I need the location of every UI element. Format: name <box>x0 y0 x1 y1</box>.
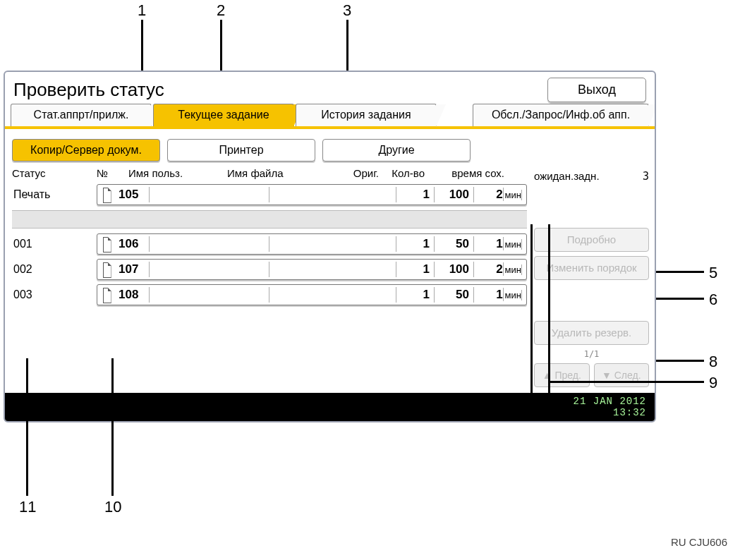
title-bar: Проверить статус Выход <box>5 72 655 104</box>
device-screen: Проверить статус Выход Стат.аппрт/прилж.… <box>4 71 656 422</box>
callout-6: 6 <box>709 291 717 309</box>
job-qty: 100 <box>435 262 474 277</box>
hdr-status: Статус <box>12 167 97 179</box>
job-file <box>269 187 396 202</box>
waiting-count: 3 <box>640 170 649 183</box>
job-user <box>150 287 269 303</box>
job-time: 2мин <box>474 187 526 202</box>
document-icon <box>97 236 117 252</box>
hdr-waiting: ожидан.задн. <box>534 170 640 183</box>
tab-current-job[interactable]: Текущее задание <box>153 104 294 126</box>
job-time: 2мин <box>474 262 526 277</box>
job-no: 108 <box>117 287 150 303</box>
job-row-current: Печать 105 1 100 2мин <box>12 182 527 207</box>
status-bar: 21 JAN 2012 13:32 <box>5 393 655 421</box>
page-title: Проверить статус <box>13 79 164 101</box>
callout-2: 2 <box>217 1 225 20</box>
job-row: 003 108 1 50 1мин <box>12 282 527 308</box>
tab-machine-app-status[interactable]: Стат.аппрт/прилж. <box>11 104 152 126</box>
hdr-time: время сох. <box>425 167 506 179</box>
callout-9: 9 <box>709 374 717 392</box>
job-row: 002 107 1 100 2мин <box>12 257 527 282</box>
job-item[interactable]: 106 1 50 1мин <box>97 233 527 255</box>
column-headers: Статус № Имя польз. Имя файла Ориг. Кол-… <box>12 162 527 182</box>
callout-line-6 <box>656 298 704 300</box>
callout-8: 8 <box>709 353 717 371</box>
queue-index: 003 <box>12 288 97 301</box>
callout-3: 3 <box>343 1 351 20</box>
status-printing: Печать <box>12 188 97 201</box>
job-qty: 100 <box>435 187 474 202</box>
job-qty: 50 <box>435 236 474 252</box>
delete-reserve-button[interactable]: Удалить резерв. <box>534 321 649 345</box>
prev-label: Пред. <box>554 370 581 381</box>
callout-11: 11 <box>19 498 36 516</box>
tab-label: История задания <box>321 109 411 121</box>
job-no: 106 <box>117 236 150 252</box>
tab-label: Текущее задание <box>178 109 269 121</box>
func-tab-other[interactable]: Другие <box>322 139 471 162</box>
queue-index: 001 <box>12 238 97 250</box>
callout-10: 10 <box>104 498 121 516</box>
callout-5: 5 <box>709 264 717 282</box>
callout-line-8 <box>656 360 704 362</box>
callout-line-10 <box>111 358 114 496</box>
callout-line-5 <box>656 271 704 273</box>
tab-label: Стат.аппрт/прилж. <box>34 109 129 121</box>
details-button[interactable]: Подробно <box>534 228 649 252</box>
figure-code: RU CJU606 <box>671 536 727 548</box>
job-time: 1мин <box>474 287 526 303</box>
job-user <box>150 262 269 277</box>
queue-index: 002 <box>12 263 97 276</box>
job-item[interactable]: 107 1 100 2мин <box>97 259 527 280</box>
callout-line-9 <box>550 381 704 383</box>
hdr-no: № <box>97 167 128 179</box>
main-tabs: Стат.аппрт/прилж. Текущее задание Истори… <box>5 104 655 129</box>
job-no: 107 <box>117 262 150 277</box>
hdr-user: Имя польз. <box>128 167 227 179</box>
job-row: 001 106 1 50 1мин <box>12 231 527 257</box>
document-icon <box>97 262 117 277</box>
job-file <box>269 262 396 277</box>
job-orig: 1 <box>396 287 435 303</box>
job-qty: 50 <box>435 287 474 303</box>
next-button[interactable]: ▼ След. <box>594 363 650 387</box>
job-file <box>269 236 396 252</box>
job-item[interactable]: 105 1 100 2мин <box>97 184 527 205</box>
job-file <box>269 287 396 303</box>
separator-row <box>12 210 527 229</box>
hdr-qty: Кол-во <box>379 167 425 179</box>
job-orig: 1 <box>396 262 435 277</box>
callout-line-11 <box>26 358 28 496</box>
exit-button[interactable]: Выход <box>547 78 646 102</box>
document-icon <box>97 287 117 303</box>
function-tabs: Копир/Сервер докум. Принтер Другие <box>12 139 649 162</box>
job-orig: 1 <box>396 236 435 252</box>
change-order-button[interactable]: Изменить порядок <box>534 256 649 280</box>
side-panel: ожидан.задн. 3 Подробно Изменить порядок… <box>534 162 649 387</box>
func-tab-printer[interactable]: Принтер <box>167 139 315 162</box>
next-label: След. <box>614 370 641 381</box>
hdr-file: Имя файла <box>227 167 336 179</box>
job-user <box>150 187 269 202</box>
pager-indicator: 1/1 <box>534 349 649 359</box>
job-item[interactable]: 108 1 50 1мин <box>97 284 527 305</box>
job-time: 1мин <box>474 236 526 252</box>
tab-maintenance-info[interactable]: Обсл./Запрос/Инф.об апп. <box>473 104 649 126</box>
tab-label: Обсл./Запрос/Инф.об апп. <box>492 109 630 121</box>
callout-bracket-9 <box>530 224 550 410</box>
func-tab-copier[interactable]: Копир/Сервер докум. <box>12 139 160 162</box>
callout-1: 1 <box>138 1 146 20</box>
job-orig: 1 <box>396 187 435 202</box>
job-no: 105 <box>117 187 150 202</box>
hdr-orig: Ориг. <box>336 167 379 179</box>
document-icon <box>97 187 117 202</box>
job-user <box>150 236 269 252</box>
tab-job-history[interactable]: История задания <box>296 104 437 126</box>
